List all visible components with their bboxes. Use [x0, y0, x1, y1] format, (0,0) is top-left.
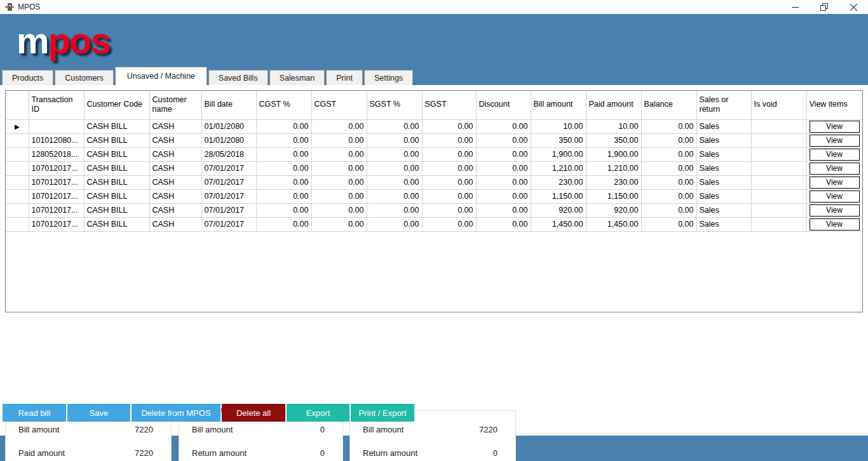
- cell-sales-or-return[interactable]: Sales: [696, 161, 751, 175]
- cell-cgst-pct[interactable]: 0.00: [256, 217, 311, 231]
- tab-products[interactable]: Products: [2, 70, 53, 85]
- cell-bill-date[interactable]: 07/01/2017: [201, 189, 256, 203]
- cell-sales-or-return[interactable]: Sales: [696, 147, 751, 161]
- cell-customer-name[interactable]: CASH: [149, 175, 201, 189]
- cell-cgst-pct[interactable]: 0.00: [256, 147, 311, 161]
- cell-bill-amount[interactable]: 1,150.00: [531, 189, 586, 203]
- view-items-button[interactable]: View: [810, 135, 860, 147]
- row-selector[interactable]: [6, 189, 29, 203]
- row-selector[interactable]: ▶: [6, 119, 29, 133]
- delete-all-button[interactable]: Delete all: [222, 404, 285, 422]
- cell-paid-amount[interactable]: 920.00: [586, 203, 641, 217]
- restore-icon[interactable]: [810, 0, 839, 14]
- cell-sgst-pct[interactable]: 0.00: [367, 147, 422, 161]
- tab-customers[interactable]: Customers: [55, 70, 113, 85]
- column-header-transaction-id[interactable]: Transaction ID: [29, 91, 84, 119]
- cell-sales-or-return[interactable]: Sales: [696, 189, 751, 203]
- cell-sales-or-return[interactable]: Sales: [696, 133, 751, 147]
- cell-bill-date[interactable]: 07/01/2017: [201, 203, 256, 217]
- cell-paid-amount[interactable]: 1,210.00: [586, 161, 641, 175]
- cell-customer-name[interactable]: CASH: [149, 217, 201, 231]
- column-header-cgst-%[interactable]: CGST %: [256, 91, 311, 119]
- cell-paid-amount[interactable]: 10.00: [586, 119, 641, 133]
- cell-customer-name[interactable]: CASH: [149, 189, 201, 203]
- cell-cgst[interactable]: 0.00: [311, 119, 367, 133]
- column-header-sales-or-return[interactable]: Sales or return: [696, 91, 751, 119]
- cell-balance[interactable]: 0.00: [641, 119, 696, 133]
- cell-sgst[interactable]: 0.00: [422, 175, 476, 189]
- cell-customer-name[interactable]: CASH: [149, 147, 201, 161]
- cell-cgst[interactable]: 0.00: [311, 217, 367, 231]
- cell-discount[interactable]: 0.00: [476, 189, 531, 203]
- minimize-icon[interactable]: [780, 0, 810, 14]
- cell-sales-or-return[interactable]: Sales: [696, 203, 751, 217]
- column-header-balance[interactable]: Balance: [641, 91, 696, 119]
- cell-transaction-id[interactable]: 107012017...: [29, 189, 84, 203]
- print-export-button[interactable]: Print / Export: [351, 404, 414, 422]
- cell-transaction-id[interactable]: 107012017...: [29, 203, 84, 217]
- cell-customer-name[interactable]: CASH: [149, 133, 201, 147]
- cell-sgst[interactable]: 0.00: [422, 189, 476, 203]
- cell-cgst-pct[interactable]: 0.00: [256, 175, 311, 189]
- cell-discount[interactable]: 0.00: [476, 119, 531, 133]
- cell-balance[interactable]: 0.00: [641, 133, 696, 147]
- column-header-discount[interactable]: Discount: [476, 91, 531, 119]
- cell-is-void[interactable]: [751, 147, 806, 161]
- cell-is-void[interactable]: [751, 161, 806, 175]
- cell-is-void[interactable]: [751, 203, 806, 217]
- tab-unsaved-machine[interactable]: Unsaved / Machine: [115, 67, 207, 85]
- cell-balance[interactable]: 0.00: [641, 161, 696, 175]
- cell-discount[interactable]: 0.00: [476, 133, 531, 147]
- view-items-button[interactable]: View: [810, 163, 860, 175]
- column-header-bill-amount[interactable]: Bill amount: [531, 91, 586, 119]
- cell-cgst[interactable]: 0.00: [311, 203, 367, 217]
- row-selector[interactable]: [6, 161, 29, 175]
- column-header-paid-amount[interactable]: Paid amount: [586, 91, 641, 119]
- cell-paid-amount[interactable]: 350.00: [586, 133, 641, 147]
- cell-customer-code[interactable]: CASH BILL: [84, 217, 149, 231]
- cell-customer-code[interactable]: CASH BILL: [84, 189, 149, 203]
- cell-bill-amount[interactable]: 920.00: [531, 203, 586, 217]
- cell-bill-amount[interactable]: 1,900.00: [531, 147, 586, 161]
- cell-transaction-id[interactable]: 101012080...: [29, 119, 84, 133]
- close-icon[interactable]: [839, 0, 868, 14]
- cell-sales-or-return[interactable]: Sales: [696, 217, 751, 231]
- column-header-bill-date[interactable]: Bill date: [201, 91, 256, 119]
- read-bill-button[interactable]: Read bill: [3, 404, 66, 422]
- cell-cgst-pct[interactable]: 0.00: [256, 203, 311, 217]
- cell-balance[interactable]: 0.00: [641, 147, 696, 161]
- tab-salesman[interactable]: Salesman: [269, 70, 325, 85]
- cell-balance[interactable]: 0.00: [641, 189, 696, 203]
- cell-paid-amount[interactable]: 1,900.00: [586, 147, 641, 161]
- cell-balance[interactable]: 0.00: [641, 203, 696, 217]
- view-items-button[interactable]: View: [810, 121, 860, 133]
- cell-transaction-id[interactable]: 128052018...: [29, 147, 84, 161]
- cell-customer-code[interactable]: CASH BILL: [84, 119, 149, 133]
- column-header-cgst[interactable]: CGST: [311, 91, 367, 119]
- cell-customer-code[interactable]: CASH BILL: [84, 133, 149, 147]
- column-header-sgst[interactable]: SGST: [422, 91, 476, 119]
- cell-discount[interactable]: 0.00: [476, 217, 531, 231]
- cell-sgst[interactable]: 0.00: [422, 133, 476, 147]
- cell-sgst-pct[interactable]: 0.00: [367, 119, 422, 133]
- cell-paid-amount[interactable]: 1,150.00: [586, 189, 641, 203]
- cell-customer-code[interactable]: CASH BILL: [84, 147, 149, 161]
- cell-bill-date[interactable]: 07/01/2017: [201, 175, 256, 189]
- cell-cgst[interactable]: 0.00: [311, 189, 367, 203]
- cell-is-void[interactable]: [751, 217, 806, 231]
- cell-bill-amount[interactable]: 230.00: [531, 175, 586, 189]
- row-selector[interactable]: [6, 203, 29, 217]
- export-button[interactable]: Export: [287, 404, 349, 422]
- column-header-customer-code[interactable]: Customer Code: [84, 91, 149, 119]
- cell-sgst[interactable]: 0.00: [422, 147, 476, 161]
- cell-paid-amount[interactable]: 1,450.00: [586, 217, 641, 231]
- cell-bill-date[interactable]: 07/01/2017: [201, 217, 256, 231]
- cell-sgst-pct[interactable]: 0.00: [367, 203, 422, 217]
- row-selector[interactable]: [6, 175, 29, 189]
- cell-customer-code[interactable]: CASH BILL: [84, 203, 149, 217]
- row-selector[interactable]: [6, 147, 29, 161]
- cell-discount[interactable]: 0.00: [476, 161, 531, 175]
- cell-balance[interactable]: 0.00: [641, 217, 696, 231]
- cell-sgst[interactable]: 0.00: [422, 161, 476, 175]
- tab-settings[interactable]: Settings: [364, 70, 413, 85]
